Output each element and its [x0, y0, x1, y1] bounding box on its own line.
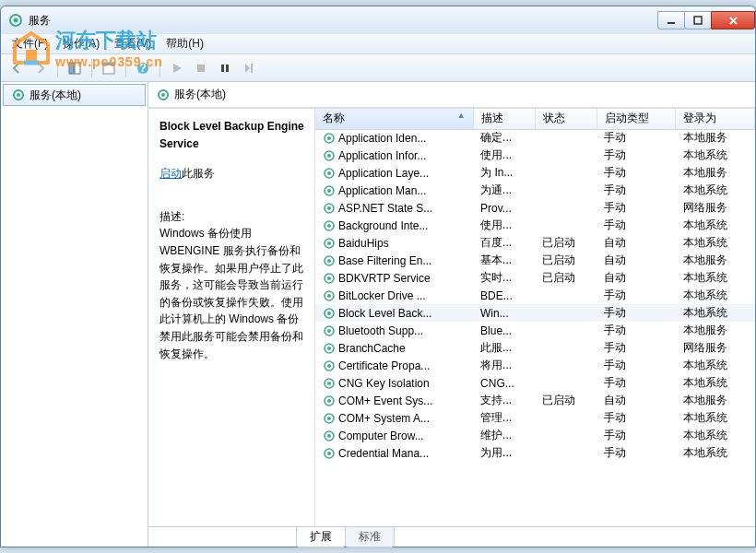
col-status[interactable]: 状态 [535, 109, 597, 129]
svg-rect-12 [226, 65, 229, 72]
content-title: 服务(本地) [174, 87, 226, 102]
table-row[interactable]: ASP.NET State S...Prov...手动网络服务 [315, 199, 755, 217]
table-row[interactable]: Application Laye...为 In...手动本地服务 [315, 164, 755, 182]
table-row[interactable]: BDKVRTP Service实时...已启动自动本地系统 [315, 269, 755, 287]
svg-rect-13 [251, 64, 253, 73]
col-logon[interactable]: 登录为 [676, 109, 755, 129]
service-icon [323, 377, 336, 390]
restart-service-button[interactable] [239, 58, 259, 78]
service-icon [323, 219, 336, 232]
content-pane: 服务(本地) Block Level Backup Engine Service… [148, 82, 755, 547]
svg-point-1 [14, 18, 18, 23]
tab-standard[interactable]: 标准 [345, 527, 395, 547]
maximize-button[interactable] [684, 11, 712, 29]
service-icon [323, 289, 336, 302]
table-row[interactable]: Application Man...为通...手动本地系统 [315, 182, 755, 199]
service-icon [323, 307, 336, 320]
table-row[interactable]: BranchCache此服...手动网络服务 [315, 339, 755, 357]
titlebar[interactable]: 服务 [1, 6, 755, 34]
svg-point-35 [327, 276, 331, 280]
services-window: 服务 文件(F) 操作(A) 查看(V) 帮助(H) ? 服务(本地) [0, 6, 756, 547]
services-list[interactable]: 名称▲ 描述 状态 启动类型 登录为 Application Iden...确定… [314, 109, 755, 526]
menu-help[interactable]: 帮助(H) [160, 34, 209, 53]
app-icon [8, 13, 23, 28]
forward-button[interactable] [30, 58, 51, 78]
toolbar: ? [1, 54, 755, 82]
svg-point-21 [327, 154, 331, 158]
service-icon [323, 237, 336, 250]
stop-service-button[interactable] [191, 58, 211, 78]
service-icon [323, 324, 336, 337]
nav-label: 服务(本地) [30, 88, 81, 103]
table-row[interactable]: Application Infor...使用...手动本地系统 [315, 147, 755, 164]
svg-point-51 [327, 417, 331, 420]
table-row[interactable]: Credential Mana...为用...手动本地系统 [315, 444, 755, 462]
svg-point-47 [327, 382, 331, 385]
svg-point-29 [327, 224, 331, 228]
show-hide-button[interactable] [65, 58, 85, 78]
table-row[interactable]: BitLocker Drive ...BDE...手动本地系统 [315, 287, 755, 304]
service-icon [323, 132, 336, 145]
gear-icon [156, 88, 171, 102]
service-icon [323, 254, 336, 267]
table-row[interactable]: Certificate Propa...将用...手动本地系统 [315, 357, 755, 374]
svg-rect-3 [694, 17, 702, 24]
svg-point-31 [327, 241, 331, 245]
svg-point-55 [327, 452, 331, 455]
svg-point-25 [327, 189, 331, 193]
table-row[interactable]: Background Inte...使用...手动本地系统 [315, 217, 755, 234]
start-link[interactable]: 启动 [159, 167, 182, 180]
table-row[interactable]: BaiduHips百度...已启动自动本地系统 [315, 234, 755, 252]
svg-point-37 [327, 294, 331, 298]
tab-extended[interactable]: 扩展 [296, 527, 346, 547]
svg-point-15 [17, 93, 20, 97]
table-row[interactable]: CNG Key IsolationCNG...手动本地系统 [315, 374, 755, 392]
window-title: 服务 [29, 13, 51, 29]
service-icon [323, 149, 336, 162]
view-tabs: 扩展 标准 [148, 526, 755, 547]
service-icon [323, 167, 336, 180]
help-button[interactable]: ? [133, 58, 153, 78]
menu-view[interactable]: 查看(V) [109, 34, 157, 53]
col-name[interactable]: 名称▲ [315, 109, 473, 129]
svg-text:?: ? [139, 62, 146, 75]
properties-button[interactable] [99, 58, 119, 78]
table-row[interactable]: COM+ System A...管理...手动本地系统 [315, 409, 755, 427]
table-row[interactable]: COM+ Event Sys...支持...已启动自动本地服务 [315, 392, 755, 409]
service-icon [323, 429, 336, 442]
svg-point-27 [327, 206, 331, 210]
col-desc[interactable]: 描述 [473, 109, 535, 129]
service-icon [323, 184, 336, 197]
close-button[interactable] [711, 11, 755, 29]
service-icon [323, 394, 336, 407]
service-icon [323, 272, 336, 285]
gear-icon [11, 88, 26, 102]
svg-rect-2 [667, 22, 675, 24]
menubar: 文件(F) 操作(A) 查看(V) 帮助(H) [1, 34, 755, 54]
start-service-line: 启动此服务 [159, 165, 307, 182]
pause-service-button[interactable] [215, 58, 235, 78]
svg-point-49 [327, 399, 331, 403]
svg-point-53 [327, 434, 331, 438]
menu-action[interactable]: 操作(A) [57, 34, 105, 53]
svg-rect-7 [103, 63, 114, 65]
col-startup[interactable]: 启动类型 [597, 109, 676, 129]
table-row[interactable]: Block Level Back...Win...手动本地系统 [315, 304, 755, 322]
detail-pane: Block Level Backup Engine Service 启动此服务 … [148, 109, 314, 526]
service-icon [323, 359, 336, 372]
content-header: 服务(本地) [148, 82, 755, 108]
start-service-button[interactable] [167, 58, 187, 78]
svg-point-33 [327, 259, 331, 263]
service-icon [323, 412, 336, 425]
svg-point-23 [327, 171, 331, 175]
nav-pane: 服务(本地) [1, 82, 148, 547]
table-row[interactable]: Bluetooth Supp...Blue...手动本地服务 [315, 322, 755, 339]
nav-services-local[interactable]: 服务(本地) [3, 84, 146, 106]
selected-service-name: Block Level Backup Engine Service [159, 118, 307, 152]
back-button[interactable] [6, 58, 27, 78]
table-row[interactable]: Application Iden...确定...手动本地服务 [315, 129, 755, 147]
menu-file[interactable]: 文件(F) [6, 34, 53, 53]
table-row[interactable]: Computer Brow...维护...手动本地系统 [315, 427, 755, 444]
table-row[interactable]: Base Filtering En...基本...已启动自动本地服务 [315, 252, 755, 269]
minimize-button[interactable] [657, 11, 685, 29]
